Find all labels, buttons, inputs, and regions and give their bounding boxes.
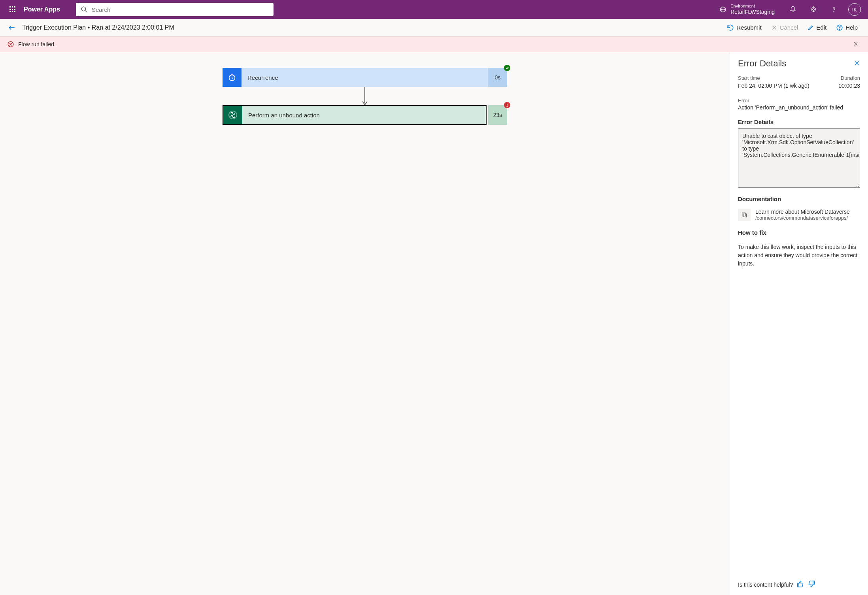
connector-arrow [365, 87, 365, 105]
step-recurrence[interactable]: Recurrence 0s [223, 68, 507, 87]
step-recurrence-time: 0s [488, 68, 507, 87]
svg-point-22 [507, 106, 507, 106]
error-circle-icon [7, 41, 14, 48]
error-banner-message: Flow run failed. [18, 41, 56, 47]
start-time-label: Start time [738, 75, 760, 81]
edit-button[interactable]: Edit [803, 19, 831, 36]
environment-name: RetailFLWStaging [730, 9, 775, 15]
breadcrumb: Trigger Execution Plan • Ran at 2/24/202… [22, 24, 174, 31]
panel-title: Error Details [738, 58, 860, 69]
search-box[interactable] [76, 3, 274, 16]
documentation-section-title: Documentation [738, 196, 860, 202]
question-circle-icon [836, 24, 843, 31]
search-input[interactable] [92, 6, 269, 13]
svg-rect-25 [743, 214, 746, 217]
duration-value: 00:00:23 [839, 83, 860, 89]
arrow-left-icon [8, 24, 16, 32]
start-time-value: Feb 24, 02:00 PM (1 wk ago) [738, 83, 810, 89]
thumbs-down-button[interactable] [808, 580, 815, 589]
step-action-time: 23s [488, 105, 507, 125]
copy-icon [741, 212, 747, 218]
feedback-question: Is this content helpful? [738, 582, 793, 588]
waffle-icon [9, 6, 16, 13]
error-badge [504, 102, 510, 108]
environment-picker[interactable]: Environment RetailFLWStaging [719, 4, 775, 15]
resubmit-label: Resubmit [736, 24, 761, 31]
main-area: Recurrence 0s Perform an unbound action [0, 52, 868, 595]
error-details-panel: Error Details Start time Duration Feb 24… [730, 52, 868, 595]
svg-point-0 [81, 7, 86, 11]
dataverse-icon-box [223, 106, 242, 124]
dataverse-icon [228, 110, 238, 120]
refresh-icon [727, 24, 734, 31]
help-command-button[interactable]: Help [831, 19, 862, 36]
error-banner: Flow run failed. [0, 36, 868, 52]
environment-label: Environment [730, 4, 775, 9]
gear-icon [810, 6, 817, 13]
feedback-row: Is this content helpful? [738, 569, 860, 589]
svg-rect-28 [813, 581, 815, 584]
error-details-text[interactable]: Unable to cast object of type 'Microsoft… [738, 128, 860, 188]
documentation-link-path: /connectors/commondataserviceforapps/ [755, 215, 850, 221]
close-icon [853, 41, 859, 47]
command-bar: Trigger Execution Plan • Ran at 2/24/202… [0, 19, 868, 36]
error-details-section-title: Error Details [738, 119, 860, 125]
topbar: Power Apps Environment RetailFLWStaging … [0, 0, 868, 19]
exclamation-icon [505, 103, 509, 107]
thumbs-up-button[interactable] [797, 580, 804, 589]
svg-rect-27 [798, 584, 799, 587]
globe-icon [719, 6, 726, 13]
cancel-label: Cancel [780, 24, 798, 31]
pencil-icon [808, 24, 814, 31]
panel-title-text: Error Details [738, 58, 786, 69]
check-icon [505, 66, 509, 70]
svg-point-20 [229, 111, 237, 119]
document-icon [738, 209, 751, 221]
clock-icon [228, 73, 236, 82]
svg-point-6 [834, 11, 834, 11]
search-icon [81, 6, 88, 13]
help-label: Help [845, 24, 858, 31]
thumbs-up-icon [797, 580, 804, 587]
app-title: Power Apps [24, 6, 60, 13]
how-to-fix-text: To make this flow work, inspect the inpu… [738, 243, 860, 268]
svg-rect-26 [742, 213, 745, 216]
svg-line-1 [85, 10, 87, 12]
resubmit-button[interactable]: Resubmit [722, 19, 766, 36]
back-button[interactable] [6, 21, 18, 34]
success-badge [504, 65, 510, 71]
step-recurrence-label: Recurrence [242, 68, 488, 87]
svg-point-5 [813, 9, 815, 11]
documentation-link-title: Learn more about Microsoft Dataverse [755, 209, 850, 215]
panel-close-button[interactable] [854, 58, 860, 69]
error-value: Action 'Perform_an_unbound_action' faile… [738, 104, 860, 111]
app-launcher-button[interactable] [3, 0, 22, 19]
recurrence-icon-box [223, 68, 242, 87]
how-to-fix-title: How to fix [738, 229, 860, 236]
error-label: Error [738, 98, 860, 104]
banner-close-button[interactable] [851, 39, 861, 50]
account-avatar[interactable]: IK [848, 3, 861, 16]
svg-point-11 [840, 29, 840, 29]
close-icon [854, 60, 860, 66]
notifications-button[interactable] [787, 3, 799, 16]
x-icon [771, 24, 777, 31]
step-action-label: Perform an unbound action [242, 106, 486, 124]
edit-label: Edit [816, 24, 826, 31]
thumbs-down-icon [808, 580, 815, 587]
step-unbound-action[interactable]: Perform an unbound action 23s [223, 105, 507, 125]
settings-button[interactable] [807, 3, 820, 16]
duration-label: Duration [841, 75, 860, 81]
flow-canvas[interactable]: Recurrence 0s Perform an unbound action [0, 52, 730, 595]
documentation-link[interactable]: Learn more about Microsoft Dataverse /co… [738, 209, 860, 221]
help-button[interactable] [828, 3, 840, 16]
svg-line-19 [232, 78, 233, 79]
question-icon [830, 6, 838, 13]
bell-icon [789, 6, 796, 13]
cancel-button: Cancel [766, 19, 803, 36]
